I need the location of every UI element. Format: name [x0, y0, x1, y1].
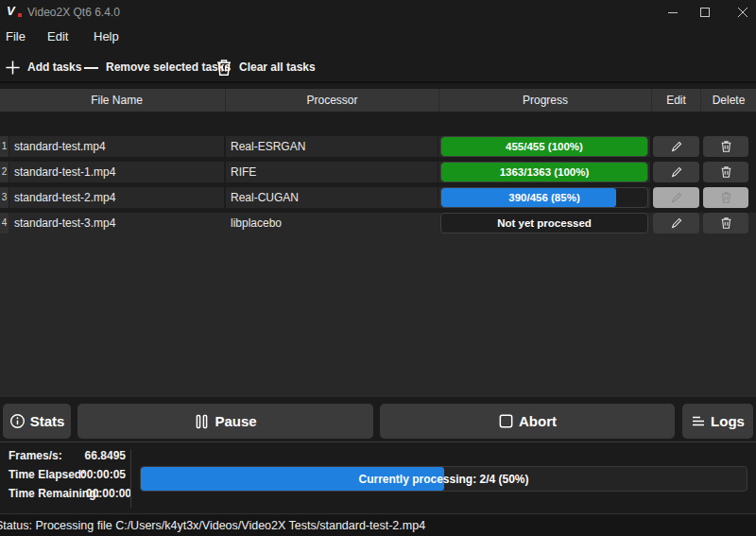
- remaining-value: 00:00:00: [86, 487, 131, 500]
- header-processor[interactable]: Processor: [225, 89, 438, 112]
- progress-label: 455/455 (100%): [441, 137, 647, 157]
- progress-bar: 455/455 (100%): [440, 136, 648, 157]
- header-edit[interactable]: Edit: [651, 89, 700, 112]
- trash-icon: [720, 191, 732, 204]
- delete-button[interactable]: [703, 136, 748, 157]
- table-row: 3 standard-test-2.mp4 Real-CUGAN 390/456…: [0, 187, 756, 208]
- rows-band: 1 standard-test.mp4 Real-ESRGAN 455/455 …: [0, 112, 756, 213]
- stats-label: Stats: [30, 413, 65, 429]
- row-number: 2: [0, 162, 9, 182]
- trash-icon: [720, 165, 732, 179]
- processor-cell[interactable]: RIFE: [226, 162, 438, 182]
- delete-button[interactable]: [703, 162, 748, 182]
- progress-bar: Not yet processed: [440, 213, 648, 233]
- window-title: Video2X Qt6 6.4.0: [27, 6, 120, 19]
- toolbar-separator: [0, 81, 756, 83]
- time-remaining-stat: Time Remaining: 00:00:00: [9, 487, 131, 504]
- progress-cell: 455/455 (100%): [438, 136, 650, 157]
- edit-button[interactable]: [653, 187, 699, 208]
- stats-button[interactable]: Stats: [3, 404, 71, 439]
- status-bar: Status: Processing file C:/Users/k4yt3x/…: [0, 515, 756, 536]
- table-header: File Name Processor Progress Edit Delete: [0, 89, 756, 112]
- video2x-window: V Video2X Qt6 6.4.0 File Edit Help Add t…: [0, 0, 756, 536]
- minus-icon: [83, 60, 99, 76]
- progress-cell: Not yet processed: [438, 213, 650, 233]
- pencil-icon: [670, 216, 683, 230]
- file-name-cell[interactable]: standard-test.mp4: [9, 136, 224, 157]
- file-name-cell[interactable]: standard-test-3.mp4: [9, 213, 224, 233]
- progress-bar: 1363/1363 (100%): [440, 162, 648, 182]
- header-file-name[interactable]: File Name: [9, 89, 225, 112]
- row-number: 1: [0, 136, 9, 157]
- delete-button[interactable]: [703, 187, 748, 208]
- menu-edit[interactable]: Edit: [47, 29, 68, 46]
- stats-panel: Frames/s: 66.8495 Time Elapsed: 00:00:05…: [0, 441, 756, 514]
- clear-all-tasks-button[interactable]: Clear all tasks: [215, 55, 316, 79]
- pause-label: Pause: [215, 413, 256, 429]
- title-bar: V Video2X Qt6 6.4.0: [0, 0, 756, 25]
- close-button[interactable]: [729, 0, 756, 25]
- stop-square-icon: [498, 413, 514, 429]
- clear-all-tasks-label: Clear all tasks: [239, 61, 316, 74]
- row-number: 4: [0, 213, 9, 233]
- logs-button[interactable]: Logs: [682, 404, 753, 439]
- trash-icon: [720, 216, 732, 230]
- processor-cell[interactable]: Real-CUGAN: [226, 187, 438, 208]
- processor-cell[interactable]: Real-ESRGAN: [226, 136, 438, 157]
- app-icon: V: [7, 4, 22, 19]
- table-row: 4 standard-test-3.mp4 libplacebo Not yet…: [0, 213, 756, 233]
- task-table: File Name Processor Progress Edit Delete…: [0, 89, 756, 397]
- remove-selected-tasks-label: Remove selected tasks: [106, 61, 231, 74]
- status-text: Status: Processing file C:/Users/k4yt3x/…: [0, 519, 425, 532]
- time-elapsed-stat: Time Elapsed: 00:00:05: [9, 468, 126, 485]
- info-circle-icon: [9, 413, 26, 429]
- add-tasks-button[interactable]: Add tasks: [5, 55, 81, 79]
- edit-button[interactable]: [653, 213, 699, 233]
- close-icon: [738, 8, 747, 17]
- progress-label: 1363/1363 (100%): [441, 163, 647, 182]
- menu-file[interactable]: File: [6, 29, 26, 46]
- trash-icon: [215, 59, 232, 77]
- minimize-icon: [668, 8, 678, 17]
- remove-selected-tasks-button[interactable]: Remove selected tasks: [83, 55, 231, 79]
- frames-label: Frames/s:: [9, 449, 62, 462]
- frames-per-second-stat: Frames/s: 66.8495: [9, 449, 126, 466]
- minimize-button[interactable]: [659, 0, 687, 25]
- delete-button[interactable]: [703, 213, 748, 233]
- progress-cell: 1363/1363 (100%): [438, 162, 650, 182]
- progress-label: 390/456 (85%): [441, 188, 647, 208]
- abort-button[interactable]: Abort: [380, 404, 675, 439]
- add-tasks-label: Add tasks: [27, 61, 81, 74]
- trash-icon: [720, 140, 732, 153]
- progress-cell: 390/456 (85%): [438, 187, 650, 208]
- overall-progress-bar: Currently processing: 2/4 (50%): [140, 466, 747, 492]
- edit-button[interactable]: [653, 136, 699, 157]
- edit-button[interactable]: [653, 162, 699, 182]
- pencil-icon: [670, 191, 683, 204]
- table-row: 2 standard-test-1.mp4 RIFE 1363/1363 (10…: [0, 162, 756, 182]
- list-lines-icon: [691, 414, 706, 429]
- progress-label: Not yet processed: [441, 214, 647, 233]
- progress-bar: 390/456 (85%): [440, 187, 648, 208]
- header-delete[interactable]: Delete: [700, 89, 756, 112]
- stats-divider: [130, 449, 131, 508]
- header-progress[interactable]: Progress: [438, 89, 651, 112]
- processor-cell[interactable]: libplacebo: [226, 213, 438, 233]
- row-number: 3: [0, 187, 9, 208]
- file-name-cell[interactable]: standard-test-2.mp4: [9, 187, 224, 208]
- frames-value: 66.8495: [85, 449, 126, 462]
- logs-label: Logs: [711, 413, 745, 429]
- pause-bars-icon: [194, 413, 210, 430]
- pencil-icon: [670, 165, 683, 179]
- abort-label: Abort: [519, 413, 557, 429]
- elapsed-label: Time Elapsed:: [9, 468, 85, 481]
- table-row: 1 standard-test.mp4 Real-ESRGAN 455/455 …: [0, 136, 756, 157]
- pencil-icon: [670, 140, 683, 153]
- pause-button[interactable]: Pause: [77, 404, 373, 439]
- plus-icon: [5, 60, 21, 76]
- maximize-icon: [700, 8, 710, 17]
- file-name-cell[interactable]: standard-test-1.mp4: [9, 162, 224, 182]
- maximize-button[interactable]: [691, 0, 719, 25]
- overall-progress-label: Currently processing: 2/4 (50%): [141, 467, 747, 492]
- menu-help[interactable]: Help: [94, 29, 119, 46]
